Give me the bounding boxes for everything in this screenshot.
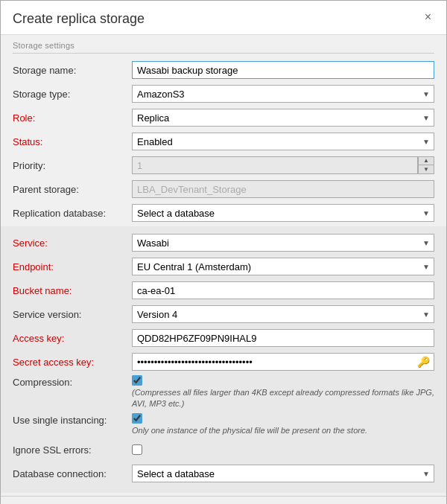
role-control: Replica ▼ bbox=[132, 109, 434, 127]
database-connection-select[interactable]: Select a database bbox=[132, 465, 434, 482]
key-icon: 🔑 bbox=[417, 356, 430, 368]
service-version-select[interactable]: Version 4 bbox=[132, 305, 434, 323]
service-select[interactable]: Wasabi bbox=[132, 234, 434, 252]
dialog-header: Create replica storage × bbox=[1, 1, 446, 35]
database-connection-label: Database connection: bbox=[13, 468, 132, 479]
secret-access-key-input[interactable] bbox=[132, 353, 434, 371]
endpoint-select-wrap: EU Central 1 (Amsterdam) ▼ bbox=[132, 258, 434, 275]
compression-hint: (Compresses all files larger than 4KB ex… bbox=[132, 387, 434, 410]
secret-access-key-row: Secret access key: 🔑 bbox=[13, 351, 434, 372]
compression-control: (Compresses all files larger than 4KB ex… bbox=[132, 375, 434, 410]
use-single-instancing-control: Only one instance of the physical file w… bbox=[132, 413, 434, 436]
status-select-wrap: Enabled ▼ bbox=[132, 133, 434, 150]
compression-row: Compression: (Compresses all files large… bbox=[13, 375, 434, 410]
service-row: Service: Wasabi ▼ bbox=[13, 232, 434, 253]
status-select[interactable]: Enabled bbox=[132, 133, 434, 150]
role-select[interactable]: Replica bbox=[132, 109, 434, 127]
status-row: Status: Enabled ▼ bbox=[13, 131, 434, 152]
storage-type-select[interactable]: AmazonS3 bbox=[132, 85, 434, 103]
compression-checkbox-wrap: (Compresses all files larger than 4KB ex… bbox=[132, 375, 434, 410]
use-single-instancing-checkbox-row bbox=[132, 413, 142, 424]
role-label: Role: bbox=[13, 112, 132, 124]
bucket-name-row: Bucket name: bbox=[13, 280, 434, 301]
parent-storage-row: Parent storage: bbox=[13, 179, 434, 200]
priority-control: ▲ ▼ bbox=[132, 156, 434, 174]
use-single-instancing-hint: Only one instance of the physical file w… bbox=[132, 425, 367, 436]
endpoint-row: Endpoint: EU Central 1 (Amsterdam) ▼ bbox=[13, 256, 434, 277]
ignore-ssl-errors-control bbox=[132, 444, 434, 455]
service-version-row: Service version: Version 4 ▼ bbox=[13, 304, 434, 325]
compression-checkbox[interactable] bbox=[132, 375, 142, 386]
section-divider bbox=[13, 53, 434, 54]
role-select-wrap: Replica ▼ bbox=[132, 109, 434, 127]
compression-label: Compression: bbox=[13, 375, 132, 388]
access-key-control bbox=[132, 329, 434, 347]
bucket-name-label: Bucket name: bbox=[13, 285, 132, 296]
dialog-title: Create replica storage bbox=[13, 11, 145, 27]
secret-access-key-control: 🔑 bbox=[132, 353, 434, 371]
priority-input[interactable] bbox=[132, 156, 418, 174]
storage-name-row: Storage name: bbox=[13, 60, 434, 80]
use-single-instancing-checkbox[interactable] bbox=[132, 413, 142, 424]
dialog-footer: Test Save Cancel bbox=[1, 496, 446, 504]
use-single-instancing-checkbox-wrap: Only one instance of the physical file w… bbox=[132, 413, 434, 436]
storage-name-input[interactable] bbox=[132, 61, 434, 79]
create-replica-storage-dialog: Create replica storage × Storage setting… bbox=[0, 0, 447, 504]
storage-type-control: AmazonS3 ▼ bbox=[132, 85, 434, 103]
service-version-label: Service version: bbox=[13, 309, 132, 320]
database-connection-select-wrap: Select a database ▼ bbox=[132, 465, 434, 482]
database-connection-row: Database connection: Select a database ▼ bbox=[13, 463, 434, 484]
replication-db-row: Replication database: Select a database … bbox=[13, 202, 434, 223]
use-single-instancing-label: Use single instancing: bbox=[13, 413, 132, 426]
parent-storage-control bbox=[132, 180, 434, 198]
form-body: Storage name: Storage type: AmazonS3 ▼ R… bbox=[1, 60, 446, 223]
endpoint-label: Endpoint: bbox=[13, 261, 132, 272]
priority-spinner-buttons: ▲ ▼ bbox=[418, 156, 434, 174]
priority-label: Priority: bbox=[13, 160, 132, 171]
secret-access-key-wrap: 🔑 bbox=[132, 353, 434, 371]
replication-db-label: Replication database: bbox=[13, 208, 132, 219]
service-control: Wasabi ▼ bbox=[132, 234, 434, 252]
storage-type-select-wrap: AmazonS3 ▼ bbox=[132, 85, 434, 103]
bucket-name-control bbox=[132, 281, 434, 299]
ignore-ssl-errors-row: Ignore SSL errors: bbox=[13, 439, 434, 460]
storage-type-label: Storage type: bbox=[13, 89, 132, 100]
access-key-label: Access key: bbox=[13, 333, 132, 344]
compression-checkbox-row bbox=[132, 375, 142, 386]
access-key-row: Access key: bbox=[13, 328, 434, 348]
secret-access-key-label: Secret access key: bbox=[13, 357, 132, 368]
use-single-instancing-row: Use single instancing: Only one instance… bbox=[13, 413, 434, 436]
access-key-input[interactable] bbox=[132, 329, 434, 347]
ignore-ssl-errors-checkbox-row bbox=[132, 444, 434, 455]
parent-storage-label: Parent storage: bbox=[13, 184, 132, 195]
replication-db-control: Select a database ▼ bbox=[132, 204, 434, 222]
storage-type-row: Storage type: AmazonS3 ▼ bbox=[13, 83, 434, 104]
service-select-wrap: Wasabi ▼ bbox=[132, 234, 434, 252]
priority-decrement-button[interactable]: ▼ bbox=[419, 165, 434, 173]
parent-storage-input[interactable] bbox=[132, 180, 434, 198]
storage-name-control bbox=[132, 61, 434, 79]
status-label: Status: bbox=[13, 136, 132, 147]
bucket-name-input[interactable] bbox=[132, 281, 434, 299]
role-row: Role: Replica ▼ bbox=[13, 107, 434, 128]
storage-name-label: Storage name: bbox=[13, 65, 132, 76]
section-label-storage-settings: Storage settings bbox=[1, 35, 446, 53]
priority-increment-button[interactable]: ▲ bbox=[419, 157, 434, 165]
close-button[interactable]: × bbox=[422, 11, 434, 23]
priority-spinner: ▲ ▼ bbox=[132, 156, 434, 174]
endpoint-select[interactable]: EU Central 1 (Amsterdam) bbox=[132, 258, 434, 275]
service-section: Service: Wasabi ▼ Endpoint: EU Central 1… bbox=[1, 226, 446, 493]
ignore-ssl-errors-checkbox[interactable] bbox=[132, 444, 142, 455]
service-version-control: Version 4 ▼ bbox=[132, 305, 434, 323]
database-connection-control: Select a database ▼ bbox=[132, 465, 434, 482]
priority-row: Priority: ▲ ▼ bbox=[13, 155, 434, 176]
service-version-select-wrap: Version 4 ▼ bbox=[132, 305, 434, 323]
service-label: Service: bbox=[13, 237, 132, 249]
replication-db-select-wrap: Select a database ▼ bbox=[132, 204, 434, 222]
status-control: Enabled ▼ bbox=[132, 133, 434, 150]
replication-db-select[interactable]: Select a database bbox=[132, 204, 434, 222]
ignore-ssl-errors-label: Ignore SSL errors: bbox=[13, 444, 132, 456]
endpoint-control: EU Central 1 (Amsterdam) ▼ bbox=[132, 258, 434, 275]
